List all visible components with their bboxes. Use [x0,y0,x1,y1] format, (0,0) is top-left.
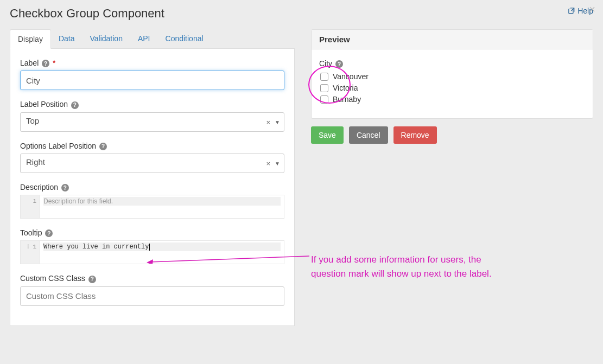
tab-data[interactable]: Data [51,29,82,48]
tab-api[interactable]: API [130,29,158,48]
checkbox-option[interactable]: Burnaby [320,95,585,104]
custom-css-input[interactable] [20,286,284,306]
required-star: * [53,59,55,67]
label-caption: Label ? * [20,59,284,67]
help-icon[interactable]: ? [42,60,49,67]
close-icon[interactable]: × [589,3,595,16]
help-icon[interactable]: ? [71,101,79,109]
checkbox-icon[interactable] [320,84,328,92]
description-caption: Description ? [20,183,284,191]
checkbox-icon[interactable] [320,95,328,104]
description-editor[interactable]: 1 Description for this field. [20,195,284,219]
tooltip-caption: Tooltip ? [20,228,284,237]
help-icon[interactable]: ? [99,143,107,150]
help-icon[interactable]: ? [88,276,96,283]
tab-display[interactable]: Display [10,29,51,49]
checkbox-option[interactable]: Vancouver [320,72,585,81]
caret-down-icon[interactable]: ▼ [275,119,280,125]
label-position-caption: Label Position ? [20,100,284,108]
tooltip-editor[interactable]: ⁞ 1 Where you live in currently [20,240,284,264]
options-label-position-caption: Options Label Position ? [20,142,284,150]
dialog-header: Checkbox Group Component Help [0,0,603,25]
tab-bar: Display Data Validation API Conditional [10,29,295,49]
action-buttons: Save Cancel Remove [311,126,593,144]
help-icon[interactable]: ? [61,184,69,191]
preview-panel: Preview City ? Vancouver Victoria [311,29,593,119]
new-window-icon [567,7,575,15]
help-icon[interactable]: ? [335,60,343,68]
label-position-select[interactable]: Top [20,112,284,132]
component-dialog: × Checkbox Group Component Help Display … [0,0,603,364]
tab-conditional[interactable]: Conditional [158,29,211,48]
dialog-title: Checkbox Group Component [10,7,164,21]
preview-heading: Preview [312,30,593,49]
tab-validation[interactable]: Validation [82,29,130,48]
remove-button[interactable]: Remove [393,126,437,144]
clear-icon[interactable]: × [266,118,271,126]
cancel-button[interactable]: Cancel [349,126,388,144]
options-label-position-select[interactable]: Right [20,154,284,173]
annotation-text: If you add some information for users, t… [311,253,593,280]
checkbox-option[interactable]: Victoria [320,84,585,92]
save-button[interactable]: Save [311,126,344,144]
label-input[interactable] [20,71,284,90]
help-icon[interactable]: ? [45,229,53,237]
preview-field-label: City ? [319,59,585,68]
display-panel: Label ? * Label Position ? Top [10,49,295,326]
custom-css-caption: Custom CSS Class ? [20,274,284,283]
caret-down-icon[interactable]: ▼ [275,160,280,166]
clear-icon[interactable]: × [266,159,271,167]
checkbox-icon[interactable] [320,73,328,81]
